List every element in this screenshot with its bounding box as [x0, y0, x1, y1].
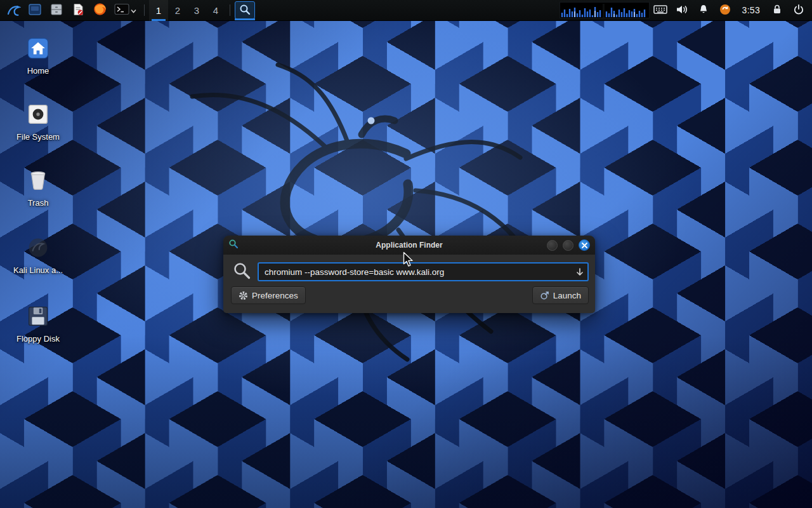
workspace-label: 4 — [213, 5, 218, 16]
trash-icon — [27, 169, 49, 192]
desktop-icon-label: Kali Linux a... — [13, 266, 63, 275]
command-input[interactable] — [258, 262, 589, 281]
workspace-button-2[interactable]: 2 — [168, 0, 187, 21]
dashboard-launcher[interactable] — [24, 0, 46, 21]
taskbar-application-finder[interactable] — [235, 1, 255, 19]
application-finder-icon — [228, 239, 239, 251]
terminal-launcher[interactable] — [110, 0, 140, 21]
keyboard-layout-button[interactable] — [650, 0, 671, 21]
volume-icon — [676, 4, 688, 17]
logout-button[interactable] — [788, 0, 809, 21]
search-row — [231, 260, 589, 286]
workspace-button-3[interactable]: 3 — [187, 0, 206, 21]
command-entry — [258, 262, 589, 281]
window-buttons — [547, 239, 590, 251]
workspace-label: 1 — [156, 5, 161, 16]
lock-icon — [772, 4, 782, 17]
search-icon — [239, 4, 251, 17]
history-dropdown-button[interactable] — [573, 265, 587, 279]
workspace-button-1[interactable]: 1 — [149, 0, 168, 21]
dialog-body: Preferences Launch — [223, 255, 595, 310]
gear-icon — [239, 291, 248, 300]
desktop-icon-label: Home — [27, 67, 49, 76]
kali-menu-icon — [6, 2, 21, 19]
applications-menu-button[interactable] — [3, 0, 24, 21]
kali-desktop: 1 2 3 4 — [0, 0, 812, 508]
file-manager-launcher[interactable] — [46, 0, 67, 21]
titlebar[interactable]: Application Finder — [223, 236, 595, 255]
close-icon — [582, 243, 587, 248]
chevron-down-icon — [131, 6, 136, 15]
minimize-button[interactable] — [547, 240, 558, 251]
updates-button[interactable] — [714, 0, 736, 21]
application-finder-window: Application Finder — [223, 236, 595, 313]
file-manager-icon — [49, 3, 63, 18]
window-title: Application Finder — [223, 241, 595, 250]
power-icon — [793, 4, 804, 17]
notifications-button[interactable] — [693, 0, 714, 21]
desktop-icon-label: Floppy Disk — [16, 335, 60, 344]
update-icon — [719, 4, 731, 17]
keyboard-icon — [653, 4, 667, 17]
desktop-icon-label: File System — [16, 133, 60, 142]
arrow-down-icon — [576, 268, 584, 276]
launch-icon — [540, 291, 549, 300]
volume-button[interactable] — [671, 0, 693, 21]
desktop-icon-file-system[interactable]: File System — [8, 103, 69, 142]
audio-visualizer[interactable] — [560, 2, 650, 18]
screen-lock-button[interactable] — [766, 0, 788, 21]
top-panel: 1 2 3 4 — [0, 0, 812, 21]
bell-icon — [698, 4, 709, 17]
show-desktop-icon — [28, 3, 42, 18]
firefox-launcher[interactable] — [89, 0, 110, 21]
workspace-label: 3 — [194, 5, 199, 16]
desktop-icon-kali-docs[interactable]: Kali Linux a... — [8, 236, 69, 275]
desktop-icon-floppy-disk[interactable]: Floppy Disk — [8, 305, 69, 344]
workspace-button-4[interactable]: 4 — [206, 0, 225, 21]
floppy-icon — [27, 305, 49, 328]
workspace-label: 2 — [175, 5, 180, 16]
firefox-icon — [93, 2, 107, 18]
clock[interactable]: 3:53 — [742, 5, 760, 15]
desktop-icon-home[interactable]: Home — [8, 37, 69, 76]
kali-docs-icon — [27, 236, 49, 259]
drive-icon — [27, 103, 49, 126]
desktop-icon-trash[interactable]: Trash — [8, 169, 69, 208]
terminal-icon — [114, 3, 129, 18]
panel-separator — [144, 4, 145, 16]
launch-label: Launch — [553, 291, 581, 300]
preferences-button[interactable]: Preferences — [231, 286, 306, 304]
close-button[interactable] — [579, 239, 590, 251]
button-row: Preferences Launch — [231, 286, 589, 304]
text-editor-icon — [71, 3, 85, 18]
maximize-button[interactable] — [563, 240, 573, 251]
panel-separator — [230, 4, 230, 16]
launch-button[interactable]: Launch — [532, 286, 589, 304]
home-icon — [27, 37, 49, 60]
search-icon — [232, 261, 251, 283]
text-editor-launcher[interactable] — [67, 0, 89, 21]
desktop-icon-label: Trash — [28, 199, 49, 208]
preferences-label: Preferences — [252, 291, 298, 300]
